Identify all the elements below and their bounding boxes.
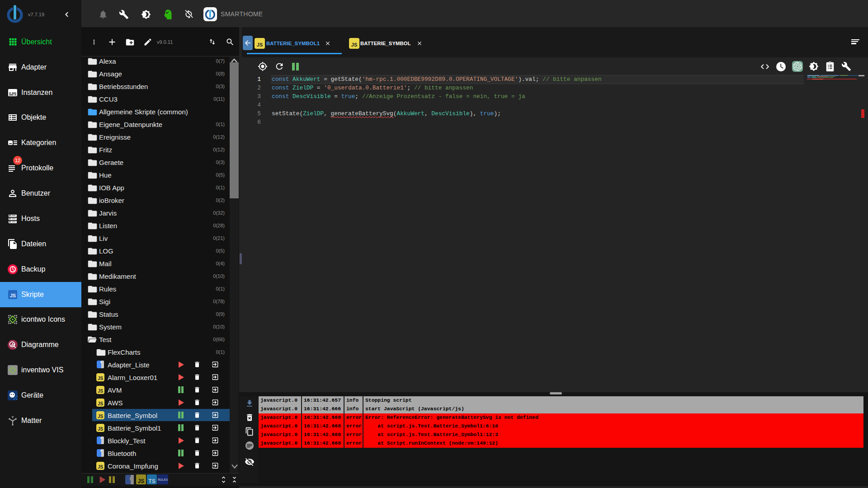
svg-text:JS: JS	[10, 293, 16, 298]
